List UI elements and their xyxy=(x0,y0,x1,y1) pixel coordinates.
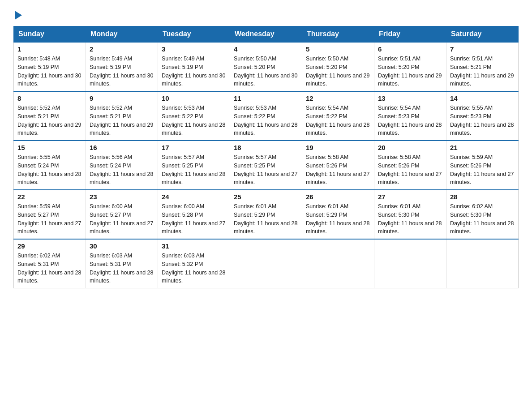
day-number: 10 xyxy=(162,94,226,102)
day-info: Sunrise: 5:53 AMSunset: 5:22 PMDaylight:… xyxy=(162,104,226,137)
page-header xyxy=(13,9,519,18)
table-row: 23 Sunrise: 6:00 AMSunset: 5:27 PMDaylig… xyxy=(86,190,158,239)
day-info: Sunrise: 5:51 AMSunset: 5:20 PMDaylight:… xyxy=(378,55,442,88)
day-number: 26 xyxy=(306,193,370,201)
table-row: 11 Sunrise: 5:53 AMSunset: 5:22 PMDaylig… xyxy=(230,91,302,141)
column-header-thursday: Thursday xyxy=(302,26,374,43)
table-row: 27 Sunrise: 6:01 AMSunset: 5:30 PMDaylig… xyxy=(374,190,446,239)
table-row: 2 Sunrise: 5:49 AMSunset: 5:19 PMDayligh… xyxy=(86,42,158,91)
column-header-saturday: Saturday xyxy=(446,26,519,43)
day-info: Sunrise: 5:59 AMSunset: 5:27 PMDaylight:… xyxy=(17,202,82,236)
table-row: 15 Sunrise: 5:55 AMSunset: 5:24 PMDaylig… xyxy=(14,141,86,190)
calendar-week-row: 22 Sunrise: 5:59 AMSunset: 5:27 PMDaylig… xyxy=(14,190,519,239)
column-header-sunday: Sunday xyxy=(14,26,86,43)
column-header-wednesday: Wednesday xyxy=(230,26,302,43)
day-number: 8 xyxy=(17,94,82,102)
day-info: Sunrise: 6:01 AMSunset: 5:29 PMDaylight:… xyxy=(234,202,298,236)
calendar-week-row: 15 Sunrise: 5:55 AMSunset: 5:24 PMDaylig… xyxy=(14,141,519,190)
table-row: 5 Sunrise: 5:50 AMSunset: 5:20 PMDayligh… xyxy=(302,42,374,91)
day-number: 2 xyxy=(90,45,154,53)
table-row: 22 Sunrise: 5:59 AMSunset: 5:27 PMDaylig… xyxy=(14,190,86,239)
table-row xyxy=(446,239,519,288)
table-row: 18 Sunrise: 5:57 AMSunset: 5:25 PMDaylig… xyxy=(230,141,302,190)
day-number: 20 xyxy=(378,144,442,151)
day-info: Sunrise: 5:58 AMSunset: 5:26 PMDaylight:… xyxy=(306,153,370,187)
day-number: 27 xyxy=(378,193,442,201)
table-row xyxy=(374,239,446,288)
table-row: 30 Sunrise: 6:03 AMSunset: 5:31 PMDaylig… xyxy=(86,239,158,288)
logo xyxy=(13,9,22,18)
day-number: 9 xyxy=(90,94,154,102)
table-row: 25 Sunrise: 6:01 AMSunset: 5:29 PMDaylig… xyxy=(230,190,302,239)
table-row xyxy=(230,239,302,288)
day-info: Sunrise: 5:50 AMSunset: 5:20 PMDaylight:… xyxy=(306,55,370,88)
day-info: Sunrise: 5:54 AMSunset: 5:23 PMDaylight:… xyxy=(378,104,442,137)
table-row: 19 Sunrise: 5:58 AMSunset: 5:26 PMDaylig… xyxy=(302,141,374,190)
logo-arrow-icon xyxy=(15,11,22,20)
table-row: 24 Sunrise: 6:00 AMSunset: 5:28 PMDaylig… xyxy=(158,190,230,239)
table-row: 17 Sunrise: 5:57 AMSunset: 5:25 PMDaylig… xyxy=(158,141,230,190)
table-row: 28 Sunrise: 6:02 AMSunset: 5:30 PMDaylig… xyxy=(446,190,519,239)
table-row: 10 Sunrise: 5:53 AMSunset: 5:22 PMDaylig… xyxy=(158,91,230,141)
day-number: 3 xyxy=(162,45,226,53)
day-number: 29 xyxy=(17,242,82,250)
table-row: 9 Sunrise: 5:52 AMSunset: 5:21 PMDayligh… xyxy=(86,91,158,141)
day-info: Sunrise: 6:00 AMSunset: 5:27 PMDaylight:… xyxy=(90,202,154,236)
day-number: 13 xyxy=(378,94,442,102)
day-number: 15 xyxy=(17,144,82,151)
day-number: 6 xyxy=(378,45,442,53)
day-info: Sunrise: 6:01 AMSunset: 5:30 PMDaylight:… xyxy=(378,202,442,236)
day-info: Sunrise: 6:00 AMSunset: 5:28 PMDaylight:… xyxy=(162,202,226,236)
table-row: 21 Sunrise: 5:59 AMSunset: 5:26 PMDaylig… xyxy=(446,141,519,190)
day-info: Sunrise: 5:54 AMSunset: 5:22 PMDaylight:… xyxy=(306,104,370,137)
day-info: Sunrise: 5:55 AMSunset: 5:24 PMDaylight:… xyxy=(17,153,82,187)
day-number: 11 xyxy=(234,94,298,102)
day-number: 1 xyxy=(17,45,82,53)
day-info: Sunrise: 6:03 AMSunset: 5:32 PMDaylight:… xyxy=(162,252,226,285)
calendar-header-row: SundayMondayTuesdayWednesdayThursdayFrid… xyxy=(14,26,519,43)
day-info: Sunrise: 5:57 AMSunset: 5:25 PMDaylight:… xyxy=(234,153,298,187)
table-row: 12 Sunrise: 5:54 AMSunset: 5:22 PMDaylig… xyxy=(302,91,374,141)
day-number: 18 xyxy=(234,144,298,151)
table-row: 8 Sunrise: 5:52 AMSunset: 5:21 PMDayligh… xyxy=(14,91,86,141)
table-row: 20 Sunrise: 5:58 AMSunset: 5:26 PMDaylig… xyxy=(374,141,446,190)
day-number: 21 xyxy=(450,144,515,151)
column-header-monday: Monday xyxy=(86,26,158,43)
day-number: 17 xyxy=(162,144,226,151)
table-row: 29 Sunrise: 6:02 AMSunset: 5:31 PMDaylig… xyxy=(14,239,86,288)
day-number: 23 xyxy=(90,193,154,201)
day-number: 12 xyxy=(306,94,370,102)
day-info: Sunrise: 5:55 AMSunset: 5:23 PMDaylight:… xyxy=(450,104,515,137)
table-row: 4 Sunrise: 5:50 AMSunset: 5:20 PMDayligh… xyxy=(230,42,302,91)
table-row: 16 Sunrise: 5:56 AMSunset: 5:24 PMDaylig… xyxy=(86,141,158,190)
table-row: 13 Sunrise: 5:54 AMSunset: 5:23 PMDaylig… xyxy=(374,91,446,141)
calendar-week-row: 8 Sunrise: 5:52 AMSunset: 5:21 PMDayligh… xyxy=(14,91,519,141)
day-number: 31 xyxy=(162,242,226,250)
table-row xyxy=(302,239,374,288)
day-info: Sunrise: 5:53 AMSunset: 5:22 PMDaylight:… xyxy=(234,104,298,137)
day-info: Sunrise: 5:57 AMSunset: 5:25 PMDaylight:… xyxy=(162,153,226,187)
calendar-table: SundayMondayTuesdayWednesdayThursdayFrid… xyxy=(13,26,519,288)
day-info: Sunrise: 5:51 AMSunset: 5:21 PMDaylight:… xyxy=(450,55,515,88)
day-info: Sunrise: 5:59 AMSunset: 5:26 PMDaylight:… xyxy=(450,153,515,187)
day-number: 4 xyxy=(234,45,298,53)
day-info: Sunrise: 5:52 AMSunset: 5:21 PMDaylight:… xyxy=(17,104,82,137)
day-info: Sunrise: 6:02 AMSunset: 5:30 PMDaylight:… xyxy=(450,202,515,236)
table-row: 6 Sunrise: 5:51 AMSunset: 5:20 PMDayligh… xyxy=(374,42,446,91)
table-row: 31 Sunrise: 6:03 AMSunset: 5:32 PMDaylig… xyxy=(158,239,230,288)
day-number: 22 xyxy=(17,193,82,201)
table-row: 3 Sunrise: 5:49 AMSunset: 5:19 PMDayligh… xyxy=(158,42,230,91)
day-number: 5 xyxy=(306,45,370,53)
day-info: Sunrise: 6:03 AMSunset: 5:31 PMDaylight:… xyxy=(90,252,154,285)
day-info: Sunrise: 5:49 AMSunset: 5:19 PMDaylight:… xyxy=(162,55,226,88)
column-header-tuesday: Tuesday xyxy=(158,26,230,43)
day-number: 30 xyxy=(90,242,154,250)
day-number: 24 xyxy=(162,193,226,201)
column-header-friday: Friday xyxy=(374,26,446,43)
day-number: 28 xyxy=(450,193,515,201)
table-row: 7 Sunrise: 5:51 AMSunset: 5:21 PMDayligh… xyxy=(446,42,519,91)
table-row: 26 Sunrise: 6:01 AMSunset: 5:29 PMDaylig… xyxy=(302,190,374,239)
day-info: Sunrise: 5:50 AMSunset: 5:20 PMDaylight:… xyxy=(234,55,298,88)
day-info: Sunrise: 5:56 AMSunset: 5:24 PMDaylight:… xyxy=(90,153,154,187)
day-number: 7 xyxy=(450,45,515,53)
